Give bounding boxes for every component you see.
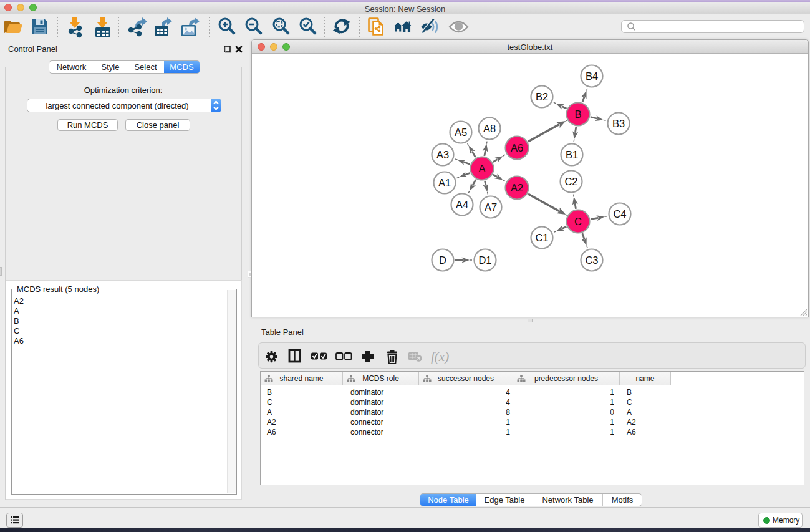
svg-text:C2: C2 (564, 176, 577, 187)
svg-text:A: A (478, 163, 485, 174)
svg-text:A6: A6 (511, 142, 523, 153)
svg-text:B3: B3 (612, 118, 625, 129)
svg-text:A4: A4 (456, 199, 468, 210)
svg-text:C4: C4 (613, 208, 626, 220)
svg-text:C3: C3 (585, 254, 598, 266)
svg-text:B: B (574, 109, 581, 120)
svg-text:f(x): f(x) (431, 349, 449, 364)
svg-text:A7: A7 (485, 201, 497, 213)
svg-text:C1: C1 (535, 232, 548, 243)
svg-text:D1: D1 (478, 254, 491, 266)
svg-text:A3: A3 (436, 149, 449, 160)
svg-text:D: D (439, 254, 446, 266)
svg-text:A5: A5 (455, 127, 467, 138)
svg-text:A2: A2 (511, 182, 523, 193)
svg-text:B1: B1 (566, 149, 578, 160)
svg-text:C: C (574, 216, 582, 227)
svg-text:A1: A1 (438, 177, 451, 188)
svg-text:B2: B2 (536, 91, 548, 102)
svg-text:B4: B4 (586, 70, 598, 82)
svg-text:A8: A8 (483, 123, 496, 134)
